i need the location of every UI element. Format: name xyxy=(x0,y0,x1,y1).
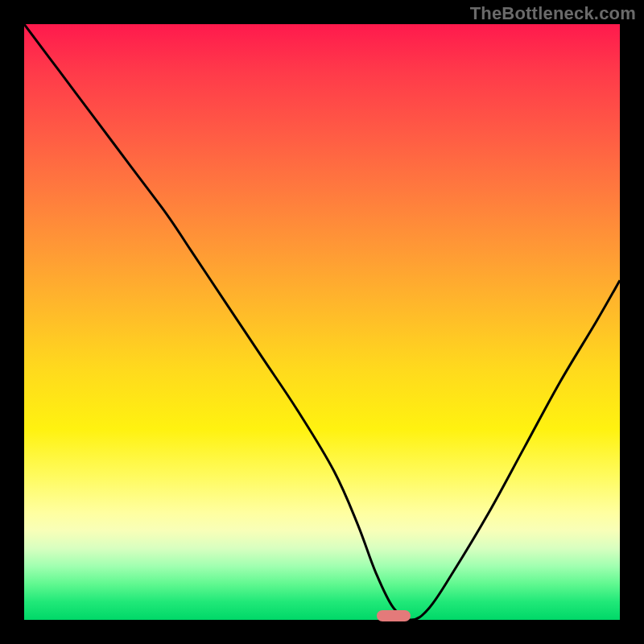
watermark-text: TheBottleneck.com xyxy=(470,3,636,24)
curve-svg xyxy=(24,24,620,620)
optimum-marker xyxy=(377,610,411,621)
chart-container: TheBottleneck.com xyxy=(0,0,644,644)
plot-area xyxy=(24,24,620,620)
bottleneck-curve xyxy=(24,24,620,620)
